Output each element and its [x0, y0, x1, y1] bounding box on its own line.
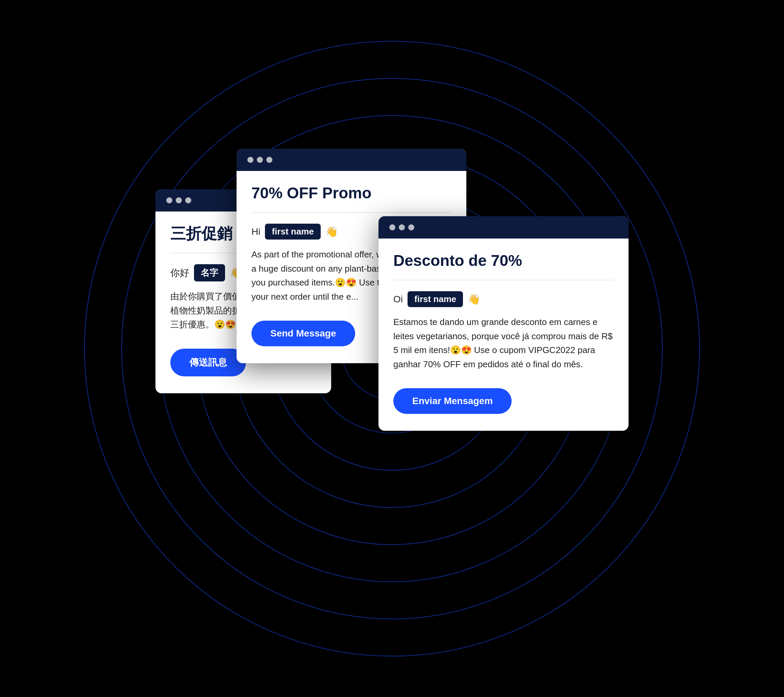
card-english-header	[237, 149, 466, 171]
window-dot-pt-1	[389, 224, 395, 230]
window-dot-pt-3	[408, 224, 414, 230]
first-name-badge-pt: first name	[408, 291, 463, 307]
wave-emoji-en: 👋	[325, 226, 338, 238]
send-button-pt[interactable]: Enviar Mensagem	[394, 388, 512, 414]
greeting-text-pt: Oi	[394, 294, 403, 305]
card-portuguese-body: Desconto de 70% Oi first name 👋 Estamos …	[379, 238, 629, 431]
window-dot-1	[166, 197, 172, 204]
card-english-title: 70% OFF Promo	[251, 184, 451, 202]
window-dot-en-1	[247, 157, 254, 163]
first-name-badge-en: first name	[265, 224, 320, 240]
first-name-badge-zh: 名字	[194, 264, 225, 281]
window-dot-3	[185, 197, 191, 204]
window-dot-en-3	[266, 157, 272, 163]
card-portuguese-text: Estamos te dando um grande desconto em c…	[394, 315, 614, 371]
card-portuguese-title: Desconto de 70%	[394, 252, 614, 269]
send-button-zh[interactable]: 傳送訊息	[170, 348, 246, 376]
cards-container: 三折促銷 你好 名字 👋 由於你購買了價值超過 $5,000 肉類和植物性奶製品…	[155, 122, 629, 595]
greeting-row-pt: Oi first name 👋	[394, 291, 614, 307]
greeting-text-en: Hi	[251, 226, 260, 237]
window-dot-en-2	[257, 157, 263, 163]
divider-pt	[394, 280, 614, 280]
send-button-en[interactable]: Send Message	[251, 321, 355, 346]
divider-en	[251, 212, 451, 213]
card-portuguese-header	[379, 216, 629, 238]
greeting-text-zh: 你好	[170, 266, 189, 279]
card-portuguese: Desconto de 70% Oi first name 👋 Estamos …	[379, 216, 629, 431]
wave-emoji-pt: 👋	[468, 293, 480, 305]
window-dot-pt-2	[399, 224, 405, 230]
window-dot-2	[176, 197, 182, 204]
